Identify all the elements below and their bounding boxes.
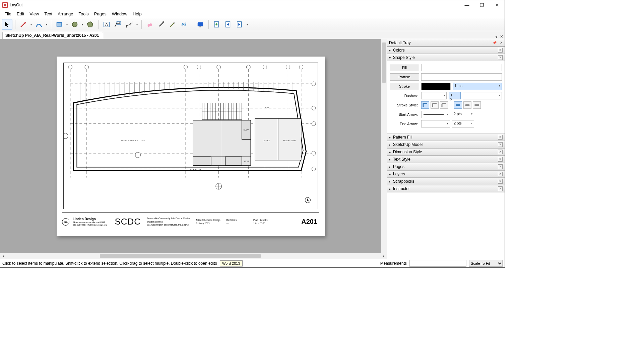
cap-flat[interactable]	[454, 101, 462, 109]
pattern-swatch[interactable]	[421, 73, 502, 81]
panel-dimension-style[interactable]: ▸Dimension Style×	[387, 148, 505, 156]
arc-tool[interactable]: ▾	[34, 19, 44, 30]
stroke-toggle[interactable]: Stroke	[390, 83, 419, 90]
minimize-button[interactable]: —	[459, 0, 474, 10]
circle-tool[interactable]: ▾	[69, 19, 80, 30]
svg-rect-8	[147, 23, 152, 27]
previous-page-button[interactable]	[223, 19, 234, 30]
corner-miter[interactable]	[421, 101, 429, 109]
pin-icon[interactable]: 📌	[493, 41, 497, 45]
dashes-scale-dropdown[interactable]: ▾	[463, 92, 502, 99]
firm-addr1: 24 warren ave somerville, ma 02143	[73, 221, 107, 224]
corner-round[interactable]	[431, 101, 439, 109]
stroke-width-input[interactable]: 1 pts▾	[453, 83, 502, 90]
svg-marker-2	[87, 22, 93, 27]
document-tabstrip: SketchUp Pro_AIA_Real-World_Short2015 - …	[0, 31, 505, 39]
label-tool[interactable]: A1	[113, 19, 123, 30]
menu-view[interactable]: View	[27, 11, 42, 17]
end-arrow-select[interactable]: ▾	[421, 120, 450, 127]
join-tool[interactable]	[179, 19, 189, 30]
close-button[interactable]: ✕	[490, 0, 505, 10]
tab-list-dropdown[interactable]: ▼	[493, 35, 500, 39]
menu-window[interactable]: Window	[109, 11, 130, 17]
revisions: Revisions	[227, 219, 237, 222]
tray-title-label: Default Tray	[389, 40, 411, 45]
label-elev: ELEV	[244, 129, 249, 131]
cap-round[interactable]	[463, 101, 471, 109]
svg-rect-93	[225, 157, 242, 165]
drawing-page[interactable]: PERFORMANCE STUDIO CORRIDOR LOBBY OFFICE…	[57, 57, 325, 236]
label-lobby: LOBBY	[263, 106, 269, 108]
svg-point-1	[72, 22, 77, 27]
project-addr2: 281 washington st somerville, ma 02143	[147, 223, 190, 227]
start-arrow-size[interactable]: 2 pts▾	[452, 111, 474, 118]
tray-title[interactable]: Default Tray 📌 ✕	[387, 39, 505, 47]
style-eyedropper-tool[interactable]	[156, 19, 167, 30]
label-office: OFFICE	[263, 139, 270, 141]
menu-tools[interactable]: Tools	[76, 11, 91, 17]
tray-close-icon[interactable]: ✕	[500, 41, 503, 45]
canvas-viewport[interactable]: PERFORMANCE STUDIO CORRIDOR LOBBY OFFICE…	[0, 39, 387, 253]
maximize-button[interactable]: ❐	[474, 0, 490, 10]
vertical-scrollbar[interactable]	[381, 39, 387, 253]
panel-sketchup-model[interactable]: ▸SketchUp Model×	[387, 141, 505, 148]
panel-layers[interactable]: ▸Layers×	[387, 170, 505, 178]
menu-pages[interactable]: Pages	[91, 11, 109, 17]
rectangle-tool[interactable]: ▾	[54, 19, 65, 30]
panel-instructor[interactable]: ▸Instructor×	[387, 185, 505, 192]
dashes-scale-input[interactable]: 1 x	[449, 92, 461, 99]
dashes-label: Dashes:	[390, 94, 419, 98]
dashes-select[interactable]: ▾	[421, 92, 447, 99]
menu-edit[interactable]: Edit	[14, 11, 27, 17]
svg-point-34	[312, 82, 316, 86]
corner-bevel[interactable]	[440, 101, 448, 109]
line-tool[interactable]: ▾	[18, 19, 29, 30]
label-corridor: CORRIDOR	[190, 168, 201, 170]
fill-swatch[interactable]	[421, 64, 502, 71]
menu-file[interactable]: File	[2, 11, 14, 17]
panel-close-icon[interactable]: ×	[498, 48, 503, 53]
add-page-button[interactable]: +	[211, 19, 222, 30]
panel-close-icon[interactable]: ×	[498, 55, 503, 60]
svg-point-28	[263, 65, 267, 69]
cap-square[interactable]	[473, 101, 481, 109]
shape-style-body: Fill Pattern Stroke 1 pts▾ Dashes: ▾ 1 x…	[387, 61, 505, 134]
panel-pages[interactable]: ▸Pages×	[387, 163, 505, 170]
end-arrow-size[interactable]: 2 pts▾	[452, 120, 474, 127]
panel-shape-style[interactable]: ▾Shape Style×	[387, 54, 505, 61]
svg-point-24	[217, 65, 221, 69]
fill-toggle[interactable]: Fill	[390, 64, 419, 71]
measurements-input[interactable]	[409, 260, 466, 267]
menubar: File Edit View Text Arrange Tools Pages …	[0, 10, 505, 18]
text-tool[interactable]: A	[101, 19, 112, 30]
menu-text[interactable]: Text	[42, 11, 55, 17]
menu-help[interactable]: Help	[130, 11, 144, 17]
eraser-tool[interactable]	[144, 19, 155, 30]
stroke-swatch[interactable]	[421, 83, 451, 90]
svg-text:*: *	[130, 24, 131, 27]
firm-name: Linden Design	[73, 217, 107, 221]
presentation-tool[interactable]	[195, 19, 206, 30]
next-page-button[interactable]: ▾	[234, 19, 245, 30]
panel-text-style[interactable]: ▸Text Style×	[387, 156, 505, 163]
polygon-tool[interactable]	[85, 19, 95, 30]
panel-pattern-fill[interactable]: ▸Pattern Fill×	[387, 134, 505, 141]
start-arrow-select[interactable]: ▾	[421, 111, 450, 118]
select-tool[interactable]	[2, 19, 12, 30]
zoom-select[interactable]: Scale To Fit	[469, 260, 503, 267]
end-arrow-label: End Arrow:	[390, 122, 419, 126]
document-tab[interactable]: SketchUp Pro_AIA_Real-World_Short2015 - …	[2, 32, 103, 39]
document-tab-close[interactable]: ✕	[500, 34, 505, 39]
split-tool[interactable]	[167, 19, 178, 30]
sheet-title: Plan - Level 1	[253, 219, 268, 222]
workspace: PERFORMANCE STUDIO CORRIDOR LOBBY OFFICE…	[0, 39, 505, 259]
stroke-style-label: Stroke Style:	[390, 103, 419, 107]
menu-arrange[interactable]: Arrange	[55, 11, 76, 17]
horizontal-scrollbar[interactable]: ◄ ►	[0, 253, 387, 259]
project-name: Somerville Community Arts Dance Center	[147, 217, 190, 220]
panel-colors[interactable]: ▸Colors×	[387, 47, 505, 54]
default-tray: Default Tray 📌 ✕ ▸Colors× ▾Shape Style× …	[387, 39, 505, 259]
dimension-tool[interactable]: *▾	[124, 19, 135, 30]
pattern-toggle[interactable]: Pattern	[390, 73, 419, 81]
panel-scrapbooks[interactable]: ▸Scrapbooks×	[387, 178, 505, 185]
